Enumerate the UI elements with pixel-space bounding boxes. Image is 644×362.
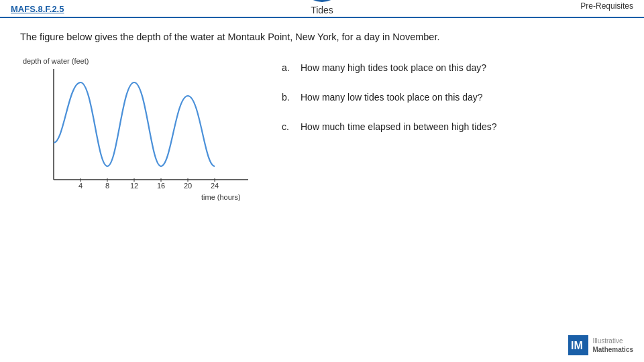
question-c: c. How much time elapsed in between high…	[282, 121, 624, 132]
svg-text:8: 8	[105, 182, 109, 190]
illustrative-label: Illustrative	[592, 337, 633, 345]
question-b: b. How many low tides took place on this…	[282, 92, 624, 103]
im-logo-svg: IM	[569, 336, 588, 355]
svg-text:depth of water (feet): depth of water (feet)	[23, 57, 89, 65]
tides-label: Tides	[311, 5, 333, 18]
question-b-text: How many low tides took place on this da…	[301, 92, 483, 103]
question-c-letter: c.	[282, 121, 295, 132]
questions-area: a. How many high tides took place on thi…	[282, 56, 624, 151]
question-a-text: How many high tides took place on this d…	[301, 62, 486, 73]
prereq-label: Pre-Requisites	[580, 1, 633, 11]
logo-circle	[302, 0, 342, 2]
main-content: The figure below gives the depth of the …	[0, 18, 644, 219]
svg-text:24: 24	[211, 182, 219, 190]
center-logo-area: Tides	[302, 0, 342, 18]
intro-text: The figure below gives the depth of the …	[20, 32, 624, 42]
question-a: a. How many high tides took place on thi…	[282, 62, 624, 73]
svg-text:time (hours): time (hours)	[201, 193, 241, 201]
svg-text:IM: IM	[571, 340, 583, 351]
question-a-letter: a.	[282, 62, 295, 73]
graph-area: depth of water (feet) 4 8 12 16 20 24	[20, 56, 262, 213]
im-logo-box: IM	[568, 335, 588, 355]
tide-graph: depth of water (feet) 4 8 12 16 20 24	[20, 56, 262, 210]
mathematics-label: Mathematics	[592, 345, 633, 354]
svg-text:16: 16	[157, 182, 165, 190]
mafs-label: MAFS.8.F.2.5	[11, 4, 64, 17]
svg-text:4: 4	[78, 182, 83, 190]
top-bar: Pre-Requisites MAFS.8.F.2.5 Tides	[0, 0, 644, 18]
content-row: depth of water (feet) 4 8 12 16 20 24	[20, 56, 624, 213]
svg-text:20: 20	[184, 182, 192, 190]
question-c-text: How much time elapsed in between high ti…	[301, 121, 497, 132]
bottom-logo: IM Illustrative Mathematics	[568, 335, 633, 355]
question-b-letter: b.	[282, 92, 295, 103]
svg-text:12: 12	[130, 182, 138, 190]
im-text-block: Illustrative Mathematics	[592, 337, 633, 354]
